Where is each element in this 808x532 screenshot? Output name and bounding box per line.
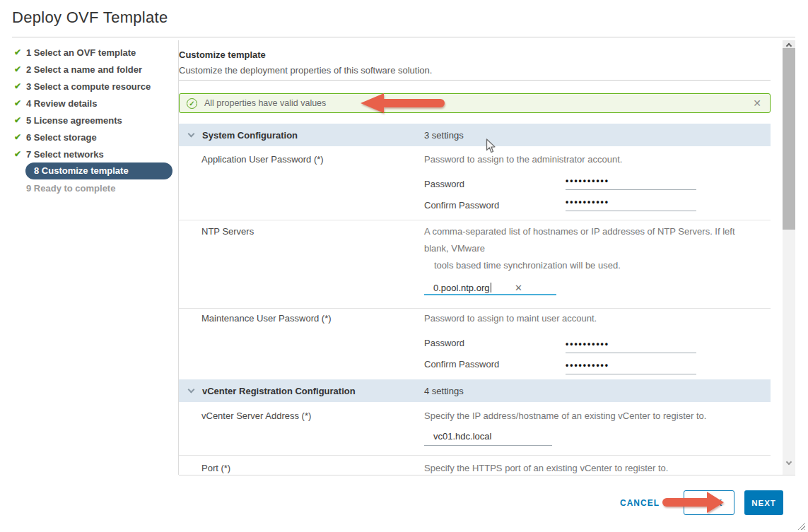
ntp-servers-label: NTP Servers — [201, 226, 254, 237]
success-check-icon: ✓ — [187, 98, 197, 109]
check-icon: ✔ — [14, 98, 26, 108]
arrow-shaft — [382, 99, 445, 107]
chevron-down-icon — [188, 131, 195, 138]
step-label: 6 Select storage — [26, 132, 97, 143]
validation-message: All properties have valid values — [204, 98, 326, 108]
step-label: 9 Ready to complete — [26, 183, 115, 194]
section-title: System Configuration — [202, 130, 298, 141]
content-divider — [179, 80, 771, 81]
vcenter-server-address-input[interactable]: vc01.hdc.local — [424, 430, 552, 446]
step-select-name-folder[interactable]: ✔ 2 Select a name and folder — [12, 61, 179, 78]
close-icon[interactable]: ✕ — [751, 97, 763, 109]
section-title: vCenter Registration Configuration — [202, 386, 356, 396]
step-label: 4 Review details — [26, 98, 97, 109]
section-settings-count: 4 settings — [424, 386, 464, 396]
wizard-step-list: ✔ 1 Select an OVF template ✔ 2 Select a … — [12, 44, 179, 196]
check-icon: ✔ — [14, 64, 26, 74]
step-label: 3 Select a compute resource — [26, 81, 151, 92]
text-caret — [491, 283, 491, 292]
ntp-description-line2: blank, VMware — [424, 243, 485, 254]
ntp-description-line1: A comma-separated list of hostnames or I… — [424, 226, 735, 237]
check-icon: ✔ — [14, 115, 26, 125]
step-select-networks[interactable]: ✔ 7 Select networks — [12, 146, 179, 162]
row-divider — [179, 220, 771, 220]
maintenance-user-password-description: Password to assign to maint user account… — [424, 313, 597, 324]
step-label: 1 Select an OVF template — [26, 47, 136, 58]
section-settings-count: 3 settings — [424, 130, 464, 141]
check-icon: ✔ — [14, 81, 26, 91]
scrollbar-thumb[interactable] — [783, 48, 795, 230]
step-label: 5 License agreements — [26, 115, 122, 126]
scroll-down-button[interactable] — [783, 458, 795, 468]
cancel-button[interactable]: CANCEL — [620, 495, 660, 512]
ntp-servers-value: 0.pool.ntp.org — [433, 283, 490, 293]
vcenter-server-address-label: vCenter Server Address (*) — [201, 410, 311, 421]
step-select-storage[interactable]: ✔ 6 Select storage — [12, 129, 179, 146]
vertical-scrollbar[interactable] — [783, 40, 795, 475]
confirm-password-label: Confirm Password — [424, 359, 499, 370]
arrow-right-icon — [707, 492, 724, 513]
step-label: 7 Select networks — [26, 149, 104, 160]
resize-handle[interactable] — [796, 521, 805, 530]
maint-confirm-password-input[interactable]: •••••••••• — [566, 358, 696, 374]
step-license-agreements[interactable]: ✔ 5 License agreements — [12, 112, 179, 129]
chevron-down-icon — [188, 386, 195, 394]
app-user-password-description: Password to assign to the administrator … — [424, 154, 622, 165]
next-button[interactable]: NEXT — [744, 490, 783, 515]
check-icon: ✔ — [14, 149, 26, 159]
ntp-description-line3: tools based time synchronization will be… — [434, 260, 621, 271]
step-select-ovf-template[interactable]: ✔ 1 Select an OVF template — [12, 44, 179, 61]
step-customize-template-active[interactable]: 8 Customize template — [23, 162, 179, 179]
section-header-system-configuration[interactable]: System Configuration 3 settings — [179, 124, 771, 146]
validation-banner: ✓ All properties have valid values ✕ — [179, 93, 771, 113]
app-user-password-label: Application User Password (*) — [201, 154, 324, 165]
app-confirm-password-input[interactable]: •••••••••• — [566, 195, 696, 211]
confirm-password-label: Confirm Password — [424, 200, 499, 211]
step-select-compute-resource[interactable]: ✔ 3 Select a compute resource — [12, 78, 179, 95]
password-label: Password — [424, 179, 464, 189]
page-title: Customize template — [179, 49, 266, 60]
mouse-cursor-icon — [486, 138, 496, 157]
step-label: 2 Select a name and folder — [26, 64, 142, 75]
password-label: Password — [424, 338, 464, 348]
ntp-input-focus-underline — [424, 294, 556, 295]
step-review-details[interactable]: ✔ 4 Review details — [12, 95, 179, 112]
port-label: Port (*) — [201, 463, 230, 473]
ntp-servers-input[interactable]: 0.pool.ntp.org — [433, 283, 491, 293]
section-header-vcenter-registration[interactable]: vCenter Registration Configuration 4 set… — [179, 379, 771, 402]
page-subtitle: Customize the deployment properties of t… — [179, 65, 432, 76]
dialog-title: Deploy OVF Template — [12, 8, 168, 27]
content-bottom-border — [179, 475, 795, 475]
clear-icon[interactable]: ✕ — [515, 283, 522, 293]
row-divider — [179, 308, 771, 309]
arrow-left-icon — [361, 93, 384, 113]
check-icon: ✔ — [14, 132, 26, 142]
step-ready-to-complete[interactable]: 9 Ready to complete — [12, 179, 179, 196]
row-divider — [179, 455, 771, 456]
maint-password-input[interactable]: •••••••••• — [566, 337, 696, 353]
check-icon: ✔ — [14, 47, 26, 57]
port-description: Specify the HTTPS port of an existing vC… — [424, 463, 668, 473]
arrow-shaft — [662, 498, 708, 507]
header-divider — [12, 37, 795, 37]
chevron-down-icon — [786, 459, 792, 464]
active-step-pill: 8 Customize template — [25, 162, 172, 179]
vcenter-server-address-description: Specify the IP address/hostname of an ex… — [424, 410, 706, 421]
maintenance-user-password-label: Maintenance User Password (*) — [201, 313, 332, 324]
app-password-input[interactable]: •••••••••• — [566, 174, 696, 190]
